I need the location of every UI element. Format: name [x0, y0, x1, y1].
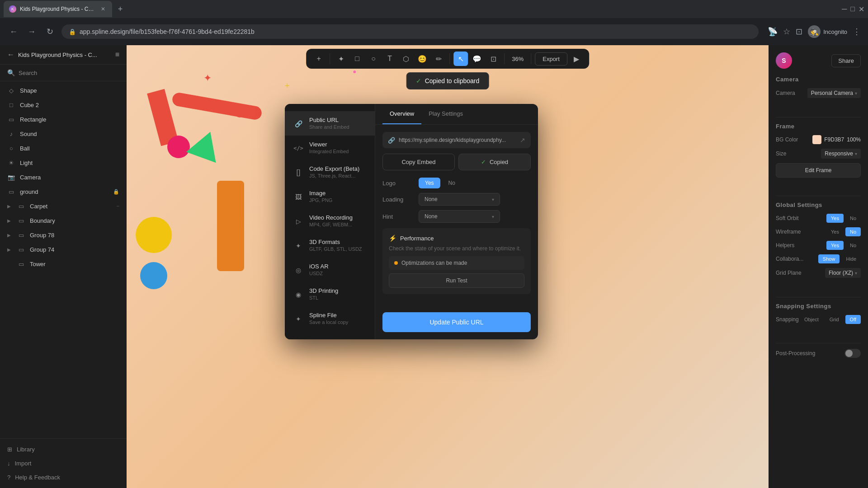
text-tool[interactable]: T [382, 52, 397, 66]
pointer-tool[interactable]: ↖ [453, 52, 468, 66]
copied-btn[interactable]: ✓ Copied [458, 154, 531, 170]
play-btn[interactable]: ▶ [569, 52, 584, 66]
wireframe-yes[interactable]: Yes [826, 227, 844, 236]
camera-dropdown[interactable]: Personal Camera ▾ [807, 88, 861, 98]
share-btn[interactable]: Share [831, 54, 861, 67]
sidebar-item-shape[interactable]: ◇ Shape [0, 83, 127, 98]
help-btn[interactable]: ? Help & Feedback [0, 470, 127, 484]
new-tab-btn[interactable]: + [114, 3, 127, 15]
sidebar-item-boundary[interactable]: ▶ ▭ Boundary [0, 213, 127, 228]
size-dropdown[interactable]: Responsive ▾ [821, 149, 861, 159]
window-controls: ─ □ ✕ [842, 5, 864, 14]
logo-yes-btn[interactable]: Yes [419, 178, 440, 188]
snapping-object[interactable]: Object [800, 315, 823, 324]
modal-item-ios-ar[interactable]: ◎ iOS AR USDZ [285, 258, 375, 282]
snapping-row: Snapping Object Grid Off [776, 315, 861, 324]
post-processing-toggle[interactable] [844, 349, 861, 358]
soft-orbit-yes[interactable]: Yes [826, 214, 844, 223]
copy-embed-btn[interactable]: Copy Embed [382, 154, 455, 170]
collabora-show[interactable]: Show [818, 254, 840, 263]
search-input[interactable]: Search [19, 70, 37, 76]
post-processing-row: Post-Processing [776, 349, 861, 358]
maximize-btn[interactable]: □ [850, 5, 855, 14]
tab-overview[interactable]: Overview [382, 104, 421, 124]
sidebar-item-label: Ball [20, 145, 119, 152]
sidebar-item-group78[interactable]: ▶ ▭ Group 78 [0, 228, 127, 242]
run-test-btn[interactable]: Run Test [389, 273, 524, 288]
close-btn[interactable]: ✕ [859, 5, 864, 14]
performance-icon: ⚡ [389, 235, 396, 242]
modal-item-code-export[interactable]: [] Code Export (Beta) JS, Three.js, Reac… [285, 160, 375, 184]
emoji-tool[interactable]: 😊 [415, 52, 429, 66]
forward-btn[interactable]: → [25, 27, 38, 37]
circle-tool[interactable]: ○ [366, 52, 381, 66]
sidebar-item-light[interactable]: ☀ Light [0, 155, 127, 170]
image-icon: 🖼 [292, 191, 305, 203]
loading-dropdown[interactable]: None ▾ [419, 193, 500, 206]
user-avatar[interactable]: S [776, 52, 792, 69]
canvas-area[interactable]: ✦ + ● + ✦ □ ○ T ⬡ 😊 ✏ ↖ 💬 ⊡ 36% Export ▶ [127, 45, 769, 488]
hint-dropdown[interactable]: None ▾ [419, 210, 500, 223]
modal-item-image[interactable]: 🖼 Image JPG, PNG [285, 184, 375, 209]
edit-frame-btn[interactable]: Edit Frame [776, 163, 861, 178]
snapping-off[interactable]: Off [845, 315, 861, 324]
snapping-grid[interactable]: Grid [825, 315, 844, 324]
bookmark-icon[interactable]: ☆ [783, 27, 790, 37]
sidebar-item-ball[interactable]: ○ Ball [0, 141, 127, 155]
color-swatch[interactable] [812, 135, 821, 144]
sidebar-item-rectangle[interactable]: ▭ Rectangle [0, 112, 127, 127]
chat-tool[interactable]: 💬 [470, 52, 484, 66]
import-icon: ↓ [7, 460, 10, 467]
cube-tool[interactable]: ⬡ [399, 52, 413, 66]
sidebar-item-tower[interactable]: ▭ Tower [0, 257, 127, 271]
sidebar-item-group74[interactable]: ▶ ▭ Group 74 [0, 242, 127, 257]
update-public-url-btn[interactable]: Update Public URL [382, 312, 531, 332]
back-btn[interactable]: ← [7, 27, 20, 37]
helpers-yes[interactable]: Yes [826, 241, 844, 250]
modal-item-spline-file[interactable]: ✦ Spline File Save a local copy [285, 306, 375, 331]
tab-close-btn[interactable]: ✕ [99, 5, 107, 13]
sidebar-icon[interactable]: ⊡ [796, 27, 802, 37]
export-btn[interactable]: Export [535, 52, 567, 66]
logo-no-btn[interactable]: No [442, 178, 462, 188]
refresh-btn[interactable]: ↻ [43, 27, 56, 37]
move-tool[interactable]: ✦ [334, 52, 348, 66]
panel-divider [776, 297, 861, 297]
expand-arrow-icon: ▶ [7, 218, 13, 223]
back-to-projects-btn[interactable]: ← [7, 51, 14, 59]
rect-tool[interactable]: □ [350, 52, 364, 66]
sidebar-item-carpet[interactable]: ▶ ▭ Carpet − [0, 199, 127, 213]
modal-item-public-url[interactable]: 🔗 Public URL Share and Embed [285, 111, 375, 136]
copy-url-icon[interactable]: ↗ [520, 136, 525, 144]
active-tab[interactable]: K Kids Playground Physics - Copy ✕ [4, 1, 112, 17]
more-options-btn[interactable]: ⋮ [853, 27, 861, 37]
sidebar-item-camera[interactable]: 📷 Camera [0, 170, 127, 184]
grid-plane-dropdown[interactable]: Floor (XZ) ▾ [825, 268, 861, 278]
wireframe-no[interactable]: No [845, 227, 861, 236]
url-bar[interactable]: 🔒 app.spline.design/file/b153febe-f76f-4… [61, 24, 759, 39]
search-bar[interactable]: 🔍 Search [0, 65, 127, 81]
rect-icon: ▭ [7, 115, 15, 123]
modal-item-video[interactable]: ▷ Video Recording MP4, GIF, WEBM... [285, 209, 375, 233]
library-btn[interactable]: ⊞ Library [0, 442, 127, 456]
screen-tool[interactable]: ⊡ [486, 52, 500, 66]
sidebar-item-sound[interactable]: ♪ Sound [0, 127, 127, 141]
modal-item-3d-formats[interactable]: ✦ 3D Formats GLTF, GLB, STL, USDZ [285, 233, 375, 258]
sidebar-menu-btn[interactable]: ≡ [115, 51, 119, 59]
import-btn[interactable]: ↓ Import [0, 456, 127, 470]
collabora-hide[interactable]: Hide [841, 254, 861, 263]
soft-orbit-no[interactable]: No [845, 214, 861, 223]
sidebar-item-cube2[interactable]: □ Cube 2 [0, 98, 127, 112]
code-icon: </> [292, 142, 305, 155]
sidebar-item-ground[interactable]: ▭ ground 🔒 [0, 184, 127, 199]
cast-icon[interactable]: 📡 [768, 27, 778, 37]
helpers-no[interactable]: No [845, 241, 861, 250]
tab-play-settings[interactable]: Play Settings [421, 104, 470, 124]
add-btn[interactable]: + [311, 52, 326, 66]
modal-item-3d-printing[interactable]: ◉ 3D Printing STL [285, 282, 375, 306]
pen-tool[interactable]: ✏ [431, 52, 446, 66]
minimize-btn[interactable]: ─ [842, 5, 847, 14]
modal-item-viewer[interactable]: </> Viewer Integrated Embed [285, 136, 375, 160]
toast-text: Copied to clipboard [425, 77, 480, 84]
modal-item-text: 3D Formats GLTF, GLB, STL, USDZ [309, 239, 362, 252]
